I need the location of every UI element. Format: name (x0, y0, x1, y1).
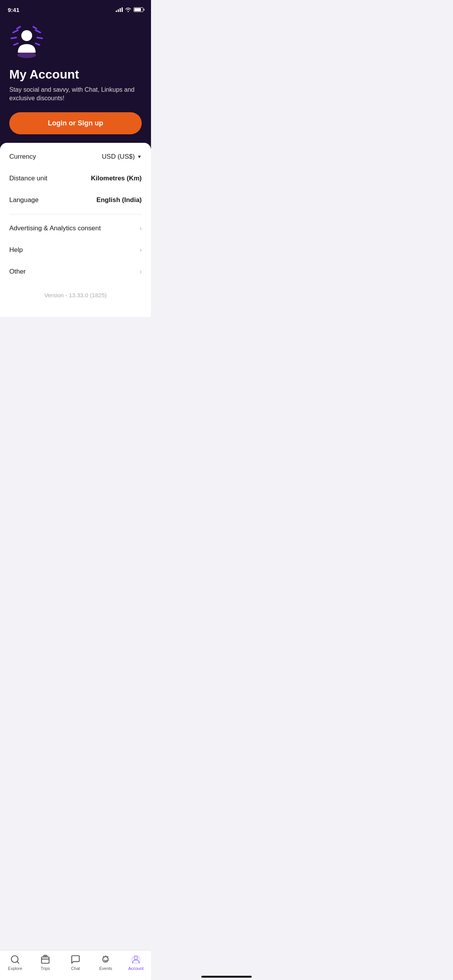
svg-line-4 (37, 38, 42, 38)
chevron-right-icon: › (140, 247, 142, 254)
distance-row[interactable]: Distance unit Kilometres (Km) (0, 168, 151, 189)
language-label: Language (9, 196, 39, 204)
currency-row[interactable]: Currency USD (US$) ▼ (0, 146, 151, 168)
settings-divider (9, 214, 142, 214)
dropdown-arrow-icon: ▼ (137, 154, 142, 159)
chevron-right-icon: › (140, 225, 142, 232)
avatar (9, 25, 44, 60)
content-section: Currency USD (US$) ▼ Distance unit Kilom… (0, 143, 151, 317)
wifi-icon (125, 7, 131, 12)
chevron-right-icon: › (140, 268, 142, 275)
battery-icon (134, 7, 143, 12)
svg-line-7 (33, 27, 36, 29)
svg-line-0 (13, 30, 18, 33)
svg-line-6 (17, 27, 20, 29)
svg-line-1 (11, 38, 16, 38)
svg-line-2 (14, 43, 18, 45)
version-text: Version - 13.33.0 (1825) (0, 283, 151, 314)
currency-value-container: USD (US$) ▼ (102, 153, 142, 161)
page-title: My Account (9, 67, 142, 82)
help-label: Help (9, 246, 23, 254)
svg-line-5 (36, 43, 39, 45)
language-row[interactable]: Language English (India) (0, 189, 151, 211)
status-bar: 9:41 (0, 0, 151, 17)
svg-point-8 (17, 52, 36, 58)
help-row[interactable]: Help › (0, 239, 151, 261)
advertising-row[interactable]: Advertising & Analytics consent › (0, 218, 151, 239)
other-row[interactable]: Other › (0, 261, 151, 283)
header-subtitle: Stay social and savvy, with Chat, Linkup… (9, 86, 142, 103)
avatar-squiggle (9, 25, 44, 60)
distance-value: Kilometres (Km) (91, 175, 142, 182)
login-signup-button[interactable]: Login or Sign up (9, 112, 142, 134)
advertising-label: Advertising & Analytics consent (9, 224, 101, 232)
currency-value: USD (US$) (102, 153, 135, 161)
svg-line-3 (36, 30, 40, 33)
status-time: 9:41 (8, 7, 19, 13)
header-section: My Account Stay social and savvy, with C… (0, 17, 151, 150)
currency-label: Currency (9, 153, 36, 161)
svg-point-9 (21, 30, 32, 41)
status-icons (116, 7, 143, 12)
settings-list: Currency USD (US$) ▼ Distance unit Kilom… (0, 143, 151, 317)
other-label: Other (9, 268, 26, 276)
language-value: English (India) (96, 196, 142, 204)
signal-icon (116, 7, 123, 12)
distance-label: Distance unit (9, 175, 47, 182)
